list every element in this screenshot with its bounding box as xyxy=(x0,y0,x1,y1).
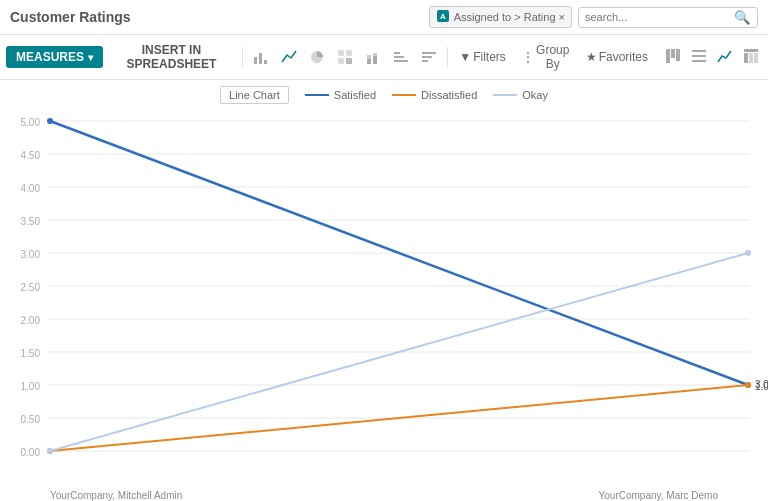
svg-text:1.50: 1.50 xyxy=(21,348,41,359)
filters-label: Filters xyxy=(473,50,506,64)
pivot-view-icon-button[interactable] xyxy=(740,45,762,70)
search-input[interactable] xyxy=(585,11,734,23)
svg-rect-25 xyxy=(744,49,758,52)
svg-text:0.50: 0.50 xyxy=(21,414,41,425)
favorites-label: Favorites xyxy=(599,50,648,64)
measures-arrow-icon: ▾ xyxy=(88,52,93,63)
right-label-satisfied: 1.00 xyxy=(755,381,768,392)
svg-rect-5 xyxy=(338,50,344,56)
svg-text:5.00: 5.00 xyxy=(21,117,41,128)
bar-chart-icon-button[interactable] xyxy=(249,46,273,68)
svg-rect-26 xyxy=(744,53,748,63)
filters-icon: ▼ xyxy=(459,50,471,64)
svg-rect-12 xyxy=(373,53,377,56)
filters-button[interactable]: ▼ Filters xyxy=(453,47,512,67)
kanban-view-icon-button[interactable] xyxy=(662,45,684,70)
legend-item-dissatisfied: Dissatisfied xyxy=(392,89,477,101)
legend-dissatisfied-text: Dissatisfied xyxy=(421,89,477,101)
y-axis: 5.00 4.50 4.00 3.50 3.00 2.50 2.00 1.50 … xyxy=(21,117,41,458)
svg-text:2.00: 2.00 xyxy=(21,315,41,326)
groupby-label: Group By xyxy=(536,43,570,71)
toolbar: MEASURES ▾ INSERT IN SPREADSHEET ▼ Filte… xyxy=(0,35,768,80)
dissatisfied-point-right xyxy=(745,382,751,388)
header-controls: A Assigned to > Rating × 🔍 xyxy=(429,6,758,28)
toolbar-separator-1 xyxy=(242,47,243,67)
svg-text:1.00: 1.00 xyxy=(21,381,41,392)
svg-rect-15 xyxy=(394,52,400,54)
svg-rect-16 xyxy=(422,52,436,54)
svg-text:0.00: 0.00 xyxy=(21,447,41,458)
legend-dissatisfied-color xyxy=(392,94,416,96)
favorites-button[interactable]: ★ Favorites xyxy=(580,47,654,67)
svg-text:3.50: 3.50 xyxy=(21,216,41,227)
svg-rect-14 xyxy=(394,56,404,58)
favorites-star-icon: ★ xyxy=(586,50,597,64)
svg-rect-4 xyxy=(264,60,267,64)
measures-button[interactable]: MEASURES ▾ xyxy=(6,46,103,68)
svg-text:2.50: 2.50 xyxy=(21,282,41,293)
sort-asc-icon-button[interactable] xyxy=(389,46,413,68)
line-chart-icon-button[interactable] xyxy=(277,46,301,68)
svg-rect-3 xyxy=(259,53,262,64)
svg-rect-7 xyxy=(338,58,344,64)
stacked-bar-icon-button[interactable] xyxy=(361,46,385,68)
filter-tag-icon: A xyxy=(436,9,450,25)
svg-rect-6 xyxy=(346,50,352,56)
page-title: Customer Ratings xyxy=(10,9,131,25)
search-button[interactable]: 🔍 xyxy=(734,10,751,25)
legend-satisfied-color xyxy=(305,94,329,96)
svg-rect-19 xyxy=(666,49,670,63)
svg-rect-23 xyxy=(692,55,706,57)
svg-rect-2 xyxy=(254,57,257,64)
svg-rect-8 xyxy=(346,58,352,64)
legend-item-linechart: Line Chart xyxy=(220,86,289,104)
groupby-button[interactable]: ⋮ Group By xyxy=(516,40,576,74)
view-icons xyxy=(662,45,762,70)
sort-desc-icon-button[interactable] xyxy=(417,46,441,68)
toolbar-separator-2 xyxy=(447,47,448,67)
filter-tag[interactable]: A Assigned to > Rating × xyxy=(429,6,572,28)
svg-rect-13 xyxy=(394,60,408,62)
groupby-icon: ⋮ xyxy=(522,50,534,64)
search-box[interactable]: 🔍 xyxy=(578,7,758,28)
svg-rect-9 xyxy=(367,59,371,64)
svg-rect-22 xyxy=(692,50,706,52)
pivot-icon-button[interactable] xyxy=(333,46,357,68)
svg-rect-28 xyxy=(754,53,758,63)
satisfied-point-left xyxy=(47,118,53,124)
legend-satisfied-text: Satisfied xyxy=(334,89,376,101)
measures-label: MEASURES xyxy=(16,50,84,64)
svg-text:4.00: 4.00 xyxy=(21,183,41,194)
legend-linechart-label: Line Chart xyxy=(220,86,289,104)
svg-rect-10 xyxy=(367,55,371,59)
legend-item-satisfied: Satisfied xyxy=(305,89,376,101)
chart-legend: Line Chart Satisfied Dissatisfied Okay xyxy=(0,80,768,108)
svg-rect-27 xyxy=(749,53,753,63)
svg-text:3.00: 3.00 xyxy=(21,249,41,260)
graph-view-icon-button[interactable] xyxy=(714,45,736,70)
insert-spreadsheet-button[interactable]: INSERT IN SPREADSHEET xyxy=(107,39,236,75)
page-header: Customer Ratings A Assigned to > Rating … xyxy=(0,0,768,35)
list-view-icon-button[interactable] xyxy=(688,45,710,70)
pie-chart-icon-button[interactable] xyxy=(305,46,329,68)
okay-point-right xyxy=(745,250,751,256)
svg-rect-11 xyxy=(373,56,377,64)
svg-rect-17 xyxy=(422,56,432,58)
filter-tag-text: Assigned to > Rating × xyxy=(454,11,565,23)
svg-rect-24 xyxy=(692,60,706,62)
legend-okay-color xyxy=(493,94,517,96)
svg-text:A: A xyxy=(440,12,446,21)
svg-rect-20 xyxy=(671,49,675,58)
legend-okay-text: Okay xyxy=(522,89,548,101)
svg-text:4.50: 4.50 xyxy=(21,150,41,161)
okay-point-left xyxy=(47,448,53,454)
grid-lines xyxy=(47,121,750,451)
line-chart-svg: 5.00 4.50 4.00 3.50 3.00 2.50 2.00 1.50 … xyxy=(0,108,768,478)
legend-item-okay: Okay xyxy=(493,89,548,101)
svg-rect-18 xyxy=(422,60,428,62)
svg-rect-21 xyxy=(676,49,680,61)
chart-area: 5.00 4.50 4.00 3.50 3.00 2.50 2.00 1.50 … xyxy=(0,108,768,498)
